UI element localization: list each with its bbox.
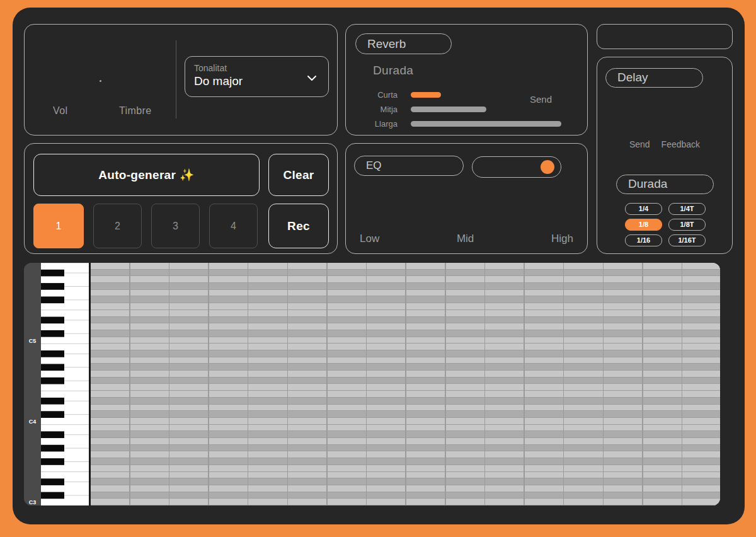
keyboard-gutter <box>24 263 41 505</box>
black-key[interactable] <box>41 458 64 465</box>
reverb-send-knob-label: Send <box>530 94 552 105</box>
piano-roll-row[interactable] <box>91 465 720 472</box>
pattern-slot-button[interactable]: 4 <box>209 204 258 248</box>
tone-panel: Vol Timbre Tonalitat Do major <box>24 24 338 136</box>
piano-roll-row[interactable] <box>91 310 720 317</box>
toggle-knob <box>541 160 554 174</box>
piano-roll-grid <box>89 263 720 505</box>
octave-label: C5 <box>29 338 37 344</box>
piano-roll-row[interactable] <box>91 364 720 371</box>
piano-roll-row[interactable] <box>91 296 720 303</box>
delay-division-button[interactable]: 1/8T <box>668 219 706 231</box>
reverb-duration-bar[interactable] <box>411 121 561 127</box>
black-key[interactable] <box>41 330 64 337</box>
piano-keyboard[interactable]: C5C4C3 <box>24 263 89 505</box>
piano-roll-row[interactable] <box>91 270 720 277</box>
black-key[interactable] <box>41 478 64 485</box>
piano-roll-row[interactable] <box>91 445 720 452</box>
clear-button[interactable]: Clear <box>268 154 329 196</box>
reverb-panel: Reverb Durada CurtaMitjaLlarga Send <box>345 24 588 136</box>
tonalitat-value: Do major <box>194 74 319 88</box>
piano-roll-row[interactable] <box>91 317 720 324</box>
black-key[interactable] <box>41 270 64 277</box>
pattern-slot-button[interactable]: 2 <box>93 204 142 248</box>
piano-roll-row[interactable] <box>91 371 720 378</box>
delay-division-button[interactable]: 1/8 <box>625 219 662 231</box>
reverb-slider-row: Llarga <box>346 117 587 131</box>
timbre-knob-label: Timbre <box>119 105 152 117</box>
piano-roll-row[interactable] <box>91 263 720 270</box>
reverb-duration-bar[interactable] <box>411 107 486 112</box>
pattern-slot-button[interactable]: 1 <box>33 204 84 248</box>
black-key[interactable] <box>41 364 64 371</box>
piano-roll-row[interactable] <box>91 323 720 330</box>
piano-roll-row[interactable] <box>91 378 720 384</box>
reverb-durada-label: Durada <box>373 64 413 78</box>
piano-roll-row[interactable] <box>91 276 720 283</box>
delay-send-knob-label: Send <box>629 139 650 149</box>
piano-roll-row[interactable] <box>91 290 720 297</box>
reverb-slider-label: Llarga <box>346 119 398 129</box>
reverb-slider-label: Curta <box>346 90 398 100</box>
piano-roll-row[interactable] <box>91 405 720 412</box>
piano-roll-row[interactable] <box>91 485 720 492</box>
delay-feedback-knob-label: Feedback <box>662 139 700 149</box>
delay-panel: Delay Send Feedback Durada 1/41/4T1/81/8… <box>597 57 733 254</box>
piano-roll-row[interactable] <box>91 438 720 445</box>
black-key[interactable] <box>41 398 64 405</box>
piano-roll-row[interactable] <box>91 398 720 405</box>
tonalitat-label: Tonalitat <box>194 63 319 73</box>
black-key[interactable] <box>41 492 64 499</box>
black-key[interactable] <box>41 283 64 290</box>
piano-roll-row[interactable] <box>91 337 720 344</box>
reverb-slider-label: Mitja <box>346 105 398 114</box>
delay-durada-title: Durada <box>616 175 714 194</box>
octave-label: C3 <box>29 499 37 505</box>
piano-roll-row[interactable] <box>91 472 720 479</box>
piano-roll-row[interactable] <box>91 283 720 290</box>
reverb-panel-title: Reverb <box>355 33 452 54</box>
piano-roll-row[interactable] <box>91 418 720 425</box>
black-key[interactable] <box>41 445 64 452</box>
rec-button[interactable]: Rec <box>268 204 329 248</box>
delay-division-button[interactable]: 1/16 <box>625 234 662 246</box>
reverb-duration-bar[interactable] <box>411 92 441 98</box>
chevron-down-icon <box>306 72 318 87</box>
eq-panel: EQ LowMidHigh <box>345 143 588 254</box>
piano-roll-row[interactable] <box>91 478 720 485</box>
black-key[interactable] <box>41 317 64 324</box>
piano-roll-row[interactable] <box>91 431 720 438</box>
delay-knob-labels: Send Feedback <box>597 139 732 149</box>
piano-roll-row[interactable] <box>91 384 720 391</box>
piano-roll-row[interactable] <box>91 411 720 418</box>
piano-roll-row[interactable] <box>91 357 720 364</box>
eq-band-knob-label: Mid <box>457 233 474 245</box>
octave-label: C4 <box>29 419 37 425</box>
black-key[interactable] <box>41 411 64 418</box>
eq-band-knob-label: Low <box>360 233 379 245</box>
eq-toggle[interactable] <box>472 156 561 178</box>
black-key[interactable] <box>41 378 64 384</box>
tonalitat-dropdown[interactable]: Tonalitat Do major <box>185 56 329 97</box>
piano-roll-row[interactable] <box>91 303 720 310</box>
delay-division-button[interactable]: 1/4T <box>668 203 706 215</box>
pattern-slot-row: 1234 <box>33 204 258 248</box>
delay-division-button[interactable]: 1/4 <box>625 203 662 215</box>
black-key[interactable] <box>41 296 64 303</box>
pattern-slot-button[interactable]: 3 <box>151 204 200 248</box>
black-key[interactable] <box>41 350 64 357</box>
piano-roll-row[interactable] <box>91 350 720 357</box>
delay-division-button[interactable]: 1/16T <box>668 234 706 246</box>
piano-roll-row[interactable] <box>91 451 720 458</box>
piano-roll-row[interactable] <box>91 425 720 432</box>
eq-band-labels: LowMidHigh <box>360 233 573 245</box>
piano-roll-row[interactable] <box>91 458 720 465</box>
piano-roll-row[interactable] <box>91 391 720 398</box>
auto-generate-button[interactable]: Auto-generar ✨ <box>33 154 260 196</box>
delay-panel-title: Delay <box>605 68 703 88</box>
piano-roll-row[interactable] <box>91 344 720 350</box>
piano-roll-row[interactable] <box>91 499 720 505</box>
piano-roll-row[interactable] <box>91 330 720 337</box>
piano-roll-row[interactable] <box>91 492 720 499</box>
black-key[interactable] <box>41 431 64 438</box>
